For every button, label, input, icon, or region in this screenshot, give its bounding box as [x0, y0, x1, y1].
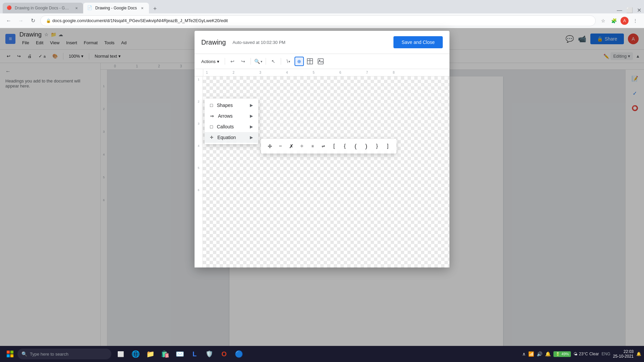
eq-minus[interactable]: −: [276, 141, 285, 151]
eq-bracket1[interactable]: [: [329, 141, 339, 151]
equation-submenu: ✛ − ✗ ÷ ≡ ⇌ [ { ( ) } ]: [261, 139, 396, 154]
extensions-icon[interactable]: 🧩: [609, 16, 619, 25]
tab2-close[interactable]: ✕: [140, 5, 145, 11]
equation-icon: ✛: [210, 135, 213, 140]
zoom-button[interactable]: 🔍 ▾: [254, 57, 263, 66]
lens-icon[interactable]: L: [188, 347, 201, 361]
zoom-icon: 🔍: [254, 59, 260, 64]
browser-tabs: 🔴 Drawing in Google Docs - Goog... ✕ 📄 D…: [0, 0, 644, 13]
search-placeholder: Type here to search: [30, 352, 68, 357]
line-tool[interactable]: \ ▾: [284, 57, 293, 66]
temperature: 23°C: [579, 352, 588, 356]
sound-icon[interactable]: 🔊: [537, 351, 542, 357]
eq-brace2[interactable]: }: [372, 141, 382, 151]
v-ruler-2: 2: [198, 100, 200, 103]
tab2-title: Drawing - Google Docs: [95, 6, 137, 10]
eq-brace1[interactable]: {: [340, 141, 350, 151]
ruler-mark-5: 5: [313, 71, 315, 74]
tab1-close[interactable]: ✕: [74, 5, 79, 11]
new-tab-button[interactable]: +: [150, 4, 160, 13]
autosave-text: Auto-saved at 10:02:30 PM: [232, 40, 285, 45]
clock-display[interactable]: 22:03 25-10-2021: [613, 349, 634, 359]
browser-tab-2[interactable]: 📄 Drawing - Google Docs ✕: [83, 3, 149, 13]
arrows-item[interactable]: ⇒ Arrows ▶: [205, 111, 258, 121]
store-icon[interactable]: 🛍️: [158, 347, 172, 361]
browser-toolbar-icons: ☆ 🧩 A ⋮: [598, 16, 640, 25]
ruler-mark-2: 2: [233, 71, 235, 74]
dialog-undo[interactable]: ↩: [228, 57, 237, 66]
taskbar-app-icons: ⬜ 🌐 📁 🛍️ ✉️ L 🛡️ O 🔵: [114, 347, 246, 361]
minimize-button[interactable]: —: [617, 7, 622, 13]
back-button[interactable]: ←: [4, 16, 13, 25]
shape-tool[interactable]: ⊕: [294, 57, 304, 66]
battery-percent: 49%: [561, 352, 569, 356]
select-tool[interactable]: ↖: [269, 57, 278, 66]
v-ruler-4: 4: [198, 144, 200, 147]
taskbar: 🔍 Type here to search ⬜ 🌐 📁 🛍️ ✉️ L 🛡️ O…: [0, 346, 644, 362]
taskview-button[interactable]: ⬜: [114, 347, 127, 361]
taskbar-search-box[interactable]: 🔍 Type here to search: [17, 349, 111, 359]
forward-button[interactable]: →: [16, 16, 25, 25]
zoom-chevron-dialog: ▾: [261, 60, 262, 63]
image-tool[interactable]: [316, 57, 325, 66]
browser-tab-1[interactable]: 🔴 Drawing in Google Docs - Goog... ✕: [3, 3, 83, 13]
mcafee-icon[interactable]: 🛡️: [203, 347, 216, 361]
callouts-item[interactable]: □ Callouts ▶: [205, 121, 258, 132]
network-icon[interactable]: 📶: [528, 351, 534, 357]
battery-indicator: 🔋 49%: [553, 351, 571, 357]
url-text: docs.google.com/document/d/1Nsqaf4_PGevS…: [52, 18, 228, 23]
dialog-redo[interactable]: ↪: [238, 57, 248, 66]
language-indicator: ENG: [602, 352, 610, 356]
callouts-chevron: ▶: [250, 124, 253, 129]
v-ruler-1: 1: [198, 78, 200, 81]
close-button[interactable]: ✕: [637, 7, 641, 13]
file-explorer-icon[interactable]: 📁: [144, 347, 157, 361]
bookmark-icon[interactable]: ☆: [598, 16, 608, 25]
eq-divide[interactable]: ÷: [297, 141, 307, 151]
ruler-mark-3: 3: [259, 71, 261, 74]
time: 22:03: [613, 349, 634, 354]
table-tool[interactable]: [305, 57, 315, 66]
mail-icon[interactable]: ✉️: [173, 347, 186, 361]
refresh-button[interactable]: ↻: [28, 16, 38, 25]
shapes-label: Shapes: [217, 103, 232, 108]
office-icon[interactable]: O: [217, 347, 231, 361]
browser-toolbar: ← → ↻ 🔒 docs.google.com/document/d/1Nsqa…: [0, 13, 644, 28]
equation-label: Equation: [217, 135, 236, 140]
eq-bracket2[interactable]: ]: [383, 141, 392, 151]
chevron-up-icon[interactable]: ∧: [522, 351, 526, 357]
menu-icon[interactable]: ⋮: [631, 16, 640, 25]
start-button[interactable]: [3, 347, 17, 361]
battery-icon: 🔋: [555, 352, 560, 356]
equation-item[interactable]: ✛ Equation ▶: [205, 132, 258, 143]
eq-paren2[interactable]: ): [362, 141, 371, 151]
address-bar[interactable]: 🔒 docs.google.com/document/d/1Nsqaf4_PGe…: [40, 15, 596, 26]
ruler-mark-7: 7: [366, 71, 368, 74]
callouts-label: Callouts: [217, 124, 234, 129]
svg-rect-3: [318, 59, 323, 64]
save-close-button[interactable]: Save and Close: [393, 36, 443, 48]
eq-paren1[interactable]: (: [351, 141, 360, 151]
dialog-toolbar: Actions ▾ ↩ ↪ 🔍 ▾ ↖ \ ▾ ⊕: [195, 54, 449, 69]
svg-rect-8: [10, 354, 13, 357]
system-tray-icons: ∧ 📶 🔊 🔔: [522, 351, 551, 357]
dialog-header: Drawing Auto-saved at 10:02:30 PM Save a…: [195, 31, 449, 54]
eq-plus[interactable]: ✛: [265, 141, 274, 151]
toolbar-sep-1: [225, 58, 225, 65]
line-chevron: ▾: [288, 60, 290, 63]
edge-browser-icon[interactable]: 🌐: [129, 347, 142, 361]
arrows-chevron: ▶: [250, 114, 253, 118]
line-tool-icon: \: [287, 59, 288, 64]
actions-menu[interactable]: Actions ▾: [199, 58, 222, 65]
actions-chevron: ▾: [217, 59, 219, 64]
dialog-ruler-h: 1 2 3 4 5 6 7 8: [195, 69, 449, 76]
profile-icon[interactable]: A: [620, 16, 629, 25]
notifications-button[interactable]: 🔔: [636, 352, 641, 356]
notification-icon[interactable]: 🔔: [545, 351, 551, 357]
eq-times[interactable]: ✗: [286, 141, 296, 151]
maximize-button[interactable]: ⬜: [626, 7, 633, 13]
chrome-taskbar-icon[interactable]: 🔵: [232, 347, 246, 361]
eq-equiv[interactable]: ≡: [308, 141, 317, 151]
shapes-item[interactable]: □ Shapes ▶: [205, 100, 258, 111]
eq-arrows[interactable]: ⇌: [319, 141, 328, 151]
